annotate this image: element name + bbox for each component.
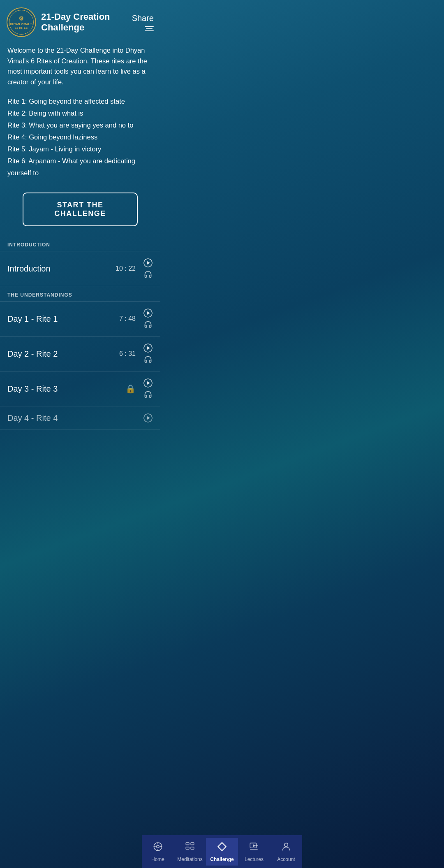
- logo-text-line1: DHYAN VIMAL'S: [10, 23, 32, 26]
- introduction-section: INTRODUCTION Introduction 10 : 22: [0, 236, 160, 286]
- filter-line-1: [145, 26, 154, 27]
- track-icons-day4: [143, 413, 153, 423]
- filter-button[interactable]: [145, 26, 154, 31]
- track-duration-introduction: 10 : 22: [116, 265, 136, 272]
- filter-line-3: [145, 30, 154, 31]
- page-header: ⚙ DHYAN VIMAL'S 18 RITES 21-Day Creation…: [0, 0, 160, 42]
- rites-list: Rite 1: Going beyond the affected state …: [7, 95, 153, 179]
- track-title-day2: Day 2 - Rite 2: [7, 349, 115, 359]
- track-row-day3[interactable]: Day 3 - Rite 3 🔒: [0, 371, 160, 406]
- main-content: ⚙ DHYAN VIMAL'S 18 RITES 21-Day Creation…: [0, 0, 160, 463]
- play-button-day4[interactable]: [143, 413, 153, 423]
- track-icons-day3: [143, 378, 153, 399]
- track-title-day1: Day 1 - Rite 1: [7, 314, 115, 324]
- rite-1: Rite 1: Going beyond the affected state: [7, 95, 153, 107]
- track-row-introduction[interactable]: Introduction 10 : 22: [0, 251, 160, 286]
- logo-icon: ⚙: [18, 15, 24, 22]
- headphone-icon-introduction: [143, 269, 153, 279]
- headphone-icon-day2: [143, 355, 153, 364]
- play-button-day3[interactable]: [143, 378, 153, 388]
- lock-icon-day3: 🔒: [125, 384, 136, 394]
- intro-text: Welcome to the 21-Day Challenge into Dhy…: [7, 45, 153, 87]
- headphone-icon-day1: [143, 320, 153, 330]
- start-challenge-button[interactable]: START THE CHALLENGE: [23, 193, 138, 226]
- headphone-icon-day3: [143, 390, 153, 399]
- understandings-section-header: THE UNDERSTANDINGS: [0, 286, 160, 301]
- page-title: 21-Day Creation Challenge: [41, 12, 127, 33]
- play-button-day2[interactable]: [143, 343, 153, 353]
- track-icons-day1: [143, 308, 153, 330]
- description-block: Welcome to the 21-Day Challenge into Dhy…: [0, 42, 160, 186]
- app-logo: ⚙ DHYAN VIMAL'S 18 RITES: [7, 7, 36, 37]
- track-title-introduction: Introduction: [7, 264, 111, 274]
- track-row-day4[interactable]: Day 4 - Rite 4: [0, 406, 160, 430]
- start-button-wrapper: START THE CHALLENGE: [0, 186, 160, 236]
- introduction-section-header: INTRODUCTION: [0, 236, 160, 251]
- svg-marker-5: [147, 346, 150, 350]
- track-title-day3: Day 3 - Rite 3: [7, 384, 121, 394]
- rite-3: Rite 3: What you are saying yes and no t…: [7, 119, 153, 131]
- rite-5: Rite 5: Jayam - Living in victory: [7, 143, 153, 155]
- rite-6: Rite 6: Arpanam - What you are dedicatin…: [7, 155, 153, 179]
- track-icons-introduction: [143, 258, 153, 279]
- svg-marker-9: [147, 416, 150, 420]
- filter-line-2: [146, 28, 153, 29]
- header-actions: Share: [132, 14, 154, 31]
- svg-marker-1: [147, 261, 150, 265]
- play-button-day1[interactable]: [143, 308, 153, 318]
- understandings-section: THE UNDERSTANDINGS Day 1 - Rite 1 7 : 48: [0, 286, 160, 430]
- share-button[interactable]: Share: [132, 14, 154, 23]
- logo-text-line2: 18 RITES: [15, 26, 28, 30]
- rite-2: Rite 2: Being with what is: [7, 107, 153, 119]
- track-duration-day2: 6 : 31: [119, 350, 136, 357]
- track-title-day4: Day 4 - Rite 4: [7, 413, 139, 423]
- header-title-block: 21-Day Creation Challenge: [41, 12, 127, 33]
- svg-marker-3: [147, 311, 150, 315]
- track-row-day2[interactable]: Day 2 - Rite 2 6 : 31: [0, 336, 160, 371]
- track-icons-day2: [143, 343, 153, 364]
- rite-4: Rite 4: Going beyond laziness: [7, 131, 153, 143]
- track-duration-day1: 7 : 48: [119, 315, 136, 323]
- play-button-introduction[interactable]: [143, 258, 153, 268]
- svg-marker-7: [147, 381, 150, 385]
- track-row-day1[interactable]: Day 1 - Rite 1 7 : 48: [0, 301, 160, 336]
